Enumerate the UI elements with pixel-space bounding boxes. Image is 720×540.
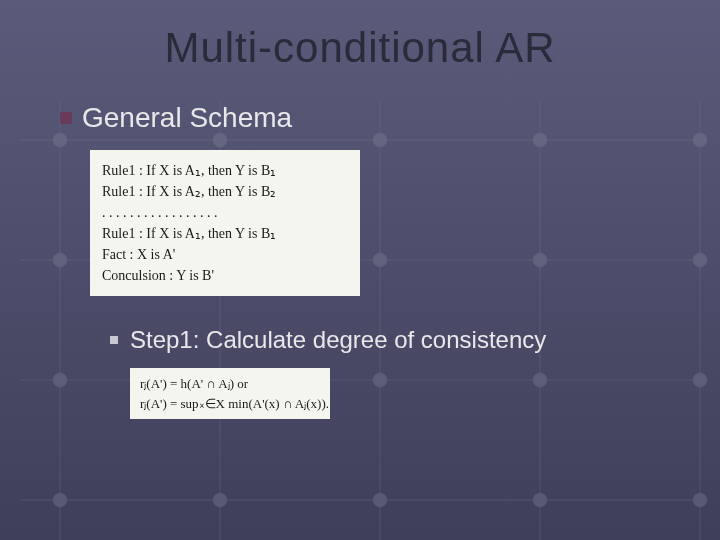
schema-formula-box: Rule1 : If X is A₁, then Y is B₁ Rule1 :… [90, 150, 360, 296]
step-formula-box: rⱼ(A') = h(A' ∩ Aⱼ) or rⱼ(A') = supₓ∈X m… [130, 368, 330, 419]
bullet-icon [60, 112, 72, 124]
rule-dots: . . . . . . . . . . . . . . . . . [102, 202, 348, 223]
svg-point-28 [693, 493, 707, 507]
rule-line-1: Rule1 : If X is A₁, then Y is B₁ [102, 160, 348, 181]
step-row: Step1: Calculate degree of consistency [110, 326, 660, 354]
svg-point-27 [533, 493, 547, 507]
conclusion-line: Conculsion : Y is B' [102, 265, 348, 286]
svg-point-25 [213, 493, 227, 507]
svg-point-24 [53, 493, 67, 507]
step-formula-1: rⱼ(A') = h(A' ∩ Aⱼ) or [140, 374, 320, 394]
step-text: Step1: Calculate degree of consistency [130, 326, 546, 354]
step-formula-2: rⱼ(A') = supₓ∈X min(A'(x) ∩ Aⱼ(x)). [140, 394, 320, 414]
slide-title: Multi-conditional AR [0, 0, 720, 72]
rule-line-2: Rule1 : If X is A₂, then Y is B₂ [102, 181, 348, 202]
svg-point-26 [373, 493, 387, 507]
fact-line: Fact : X is A' [102, 244, 348, 265]
rule-line-n: Rule1 : If X is A₁, then Y is B₁ [102, 223, 348, 244]
section-header: General Schema [60, 102, 660, 134]
sub-bullet-icon [110, 336, 118, 344]
section-title: General Schema [82, 102, 292, 134]
